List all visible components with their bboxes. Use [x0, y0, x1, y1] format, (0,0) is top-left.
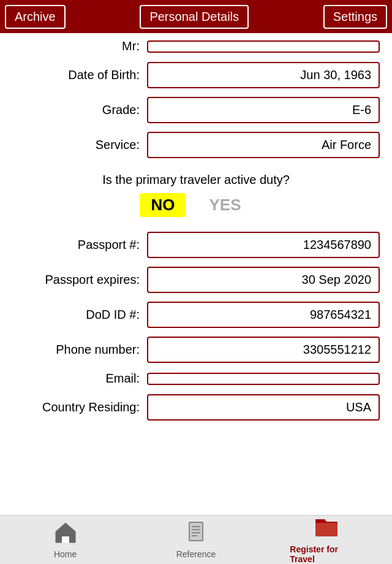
dob-label: Date of Birth:: [12, 68, 147, 82]
email-label: Email:: [12, 372, 147, 386]
reference-icon: [184, 520, 208, 547]
passport-exp-label: Passport expires:: [12, 273, 147, 287]
mr-label: Mr:: [12, 39, 147, 53]
register-label: Register for Travel: [290, 544, 363, 564]
phone-label: Phone number:: [12, 343, 147, 357]
grade-label: Grade:: [12, 103, 147, 117]
dob-input[interactable]: Jun 30, 1963: [147, 62, 380, 88]
settings-button[interactable]: Settings: [323, 5, 387, 29]
active-duty-question: Is the primary traveler active duty?: [12, 173, 380, 187]
service-input[interactable]: Air Force: [147, 132, 380, 158]
archive-button[interactable]: Archive: [5, 5, 66, 29]
svg-rect-1: [64, 538, 67, 543]
dob-row: Date of Birth: Jun 30, 1963: [12, 62, 380, 88]
phone-row: Phone number: 3305551212: [12, 337, 380, 363]
form-content: Mr: Date of Birth: Jun 30, 1963 Grade: E…: [0, 33, 392, 515]
email-row: Email:: [12, 372, 380, 386]
yes-toggle[interactable]: YES: [198, 193, 252, 217]
dod-id-row: DoD ID #: 987654321: [12, 302, 380, 328]
country-label: Country Residing:: [12, 400, 147, 414]
home-icon: [53, 520, 78, 547]
service-label: Service:: [12, 138, 147, 152]
passport-num-label: Passport #:: [12, 238, 147, 252]
personal-details-button[interactable]: Personal Details: [140, 5, 249, 29]
mr-row: Mr:: [12, 39, 380, 53]
passport-num-input[interactable]: 1234567890: [147, 232, 380, 258]
bottom-navigation: Home Reference Registe: [0, 515, 392, 564]
email-input[interactable]: [147, 373, 380, 385]
top-navigation: Archive Personal Details Settings: [0, 0, 392, 33]
passport-exp-row: Passport expires: 30 Sep 2020: [12, 267, 380, 293]
dod-id-input[interactable]: 987654321: [147, 302, 380, 328]
home-nav-item[interactable]: Home: [29, 520, 102, 559]
service-row: Service: Air Force: [12, 132, 380, 158]
svg-rect-9: [315, 522, 337, 536]
mr-input[interactable]: [147, 40, 380, 53]
passport-num-row: Passport #: 1234567890: [12, 232, 380, 258]
home-label: Home: [54, 549, 77, 559]
register-icon: [314, 516, 339, 542]
grade-row: Grade: E-6: [12, 97, 380, 123]
register-nav-item[interactable]: Register for Travel: [290, 516, 363, 564]
active-duty-section: Is the primary traveler active duty? NO …: [12, 167, 380, 219]
phone-input[interactable]: 3305551212: [147, 337, 380, 363]
svg-rect-3: [190, 523, 202, 540]
active-duty-toggle: NO YES: [12, 193, 380, 217]
no-toggle[interactable]: NO: [140, 193, 186, 217]
dod-id-label: DoD ID #:: [12, 308, 147, 322]
reference-nav-item[interactable]: Reference: [159, 520, 233, 559]
reference-label: Reference: [176, 549, 216, 559]
grade-input[interactable]: E-6: [147, 97, 380, 123]
country-input[interactable]: USA: [147, 394, 380, 421]
passport-exp-input[interactable]: 30 Sep 2020: [147, 267, 380, 293]
country-row: Country Residing: USA: [12, 394, 380, 421]
